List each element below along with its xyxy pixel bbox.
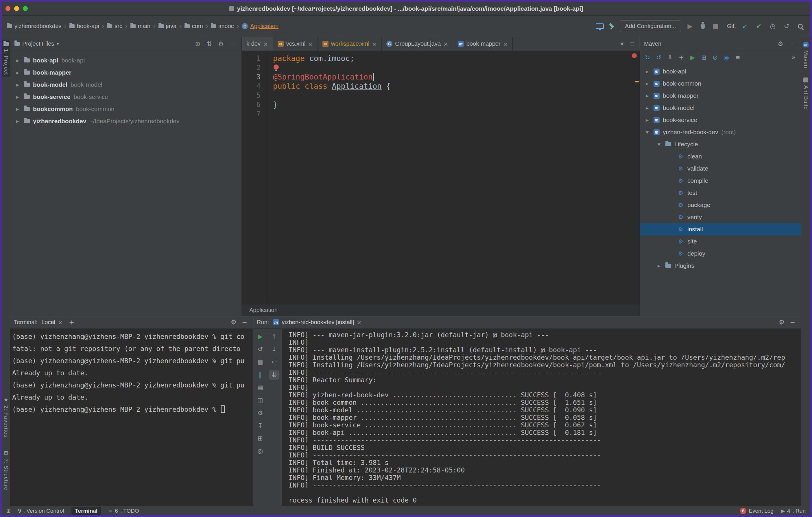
- build-project-icon[interactable]: [608, 22, 616, 30]
- breadcrumb-item[interactable]: com: [184, 23, 203, 29]
- maven-tree-item[interactable]: ⚙compile: [640, 175, 801, 187]
- breadcrumb-item[interactable]: java: [158, 23, 177, 29]
- expand-arrow-icon[interactable]: ▶: [644, 118, 650, 122]
- expand-arrow-icon[interactable]: ▶: [14, 107, 21, 111]
- maven-tree-item[interactable]: ⚙verify: [640, 211, 801, 223]
- print-button[interactable]: ▤: [255, 382, 265, 392]
- gear-icon[interactable]: ⚙: [216, 39, 226, 49]
- hide-panel-icon[interactable]: −: [787, 39, 797, 49]
- terminal-tab[interactable]: Local ×: [41, 319, 63, 326]
- project-tree-item[interactable]: ▶bookcommonbook-common: [10, 103, 241, 115]
- maven-tree-item[interactable]: ▶mbook-api: [640, 65, 801, 78]
- maven-tree-item[interactable]: ⚙site: [640, 235, 801, 248]
- collapse-arrow-icon[interactable]: ▼: [644, 130, 650, 135]
- maven-tree-item[interactable]: ▶mbook-service: [640, 114, 801, 126]
- close-tab-icon[interactable]: ×: [263, 40, 268, 48]
- breadcrumb-item[interactable]: book-api: [69, 23, 99, 29]
- code-area[interactable]: package com.imooc;@SpringBootApplication…: [268, 51, 640, 304]
- maven-tree-item[interactable]: ▶Plugins: [640, 260, 801, 272]
- expand-arrow-icon[interactable]: ▶: [14, 119, 21, 123]
- collapse-arrow-icon[interactable]: ▼: [656, 142, 662, 147]
- run-maven-build-icon[interactable]: ▶: [687, 53, 698, 62]
- expand-arrow-icon[interactable]: ▶: [644, 106, 650, 110]
- collapse-all-icon[interactable]: ⇅: [204, 39, 214, 49]
- maven-tree-item[interactable]: ▶mbook-model: [640, 102, 801, 114]
- maven-tree-item[interactable]: ⚙test: [640, 187, 801, 199]
- expand-arrow-icon[interactable]: ▶: [14, 83, 21, 87]
- soft-wrap-button[interactable]: ↩: [269, 357, 279, 367]
- project-tree-item[interactable]: ▶book-servicebook-service: [10, 91, 241, 103]
- maven-tree-item[interactable]: ▼myizhen-red-book-dev (root): [640, 126, 801, 138]
- layout-button[interactable]: ⊞: [255, 433, 265, 443]
- expand-arrow-icon[interactable]: ▶: [644, 69, 650, 74]
- more-actions-icon[interactable]: »: [788, 53, 799, 62]
- update-project-icon[interactable]: ↙: [740, 21, 750, 31]
- project-tree-item[interactable]: ▶book-modelbook-model: [10, 79, 241, 91]
- editor-body[interactable]: 1234567 package com.imooc;@SpringBootApp…: [242, 51, 640, 304]
- screen-icon[interactable]: [596, 23, 604, 29]
- toolwindow-button-favorites[interactable]: ★ 2: Favorites: [2, 394, 10, 440]
- close-tab-icon[interactable]: ×: [356, 319, 361, 326]
- toolwindow-button-ant[interactable]: Ant Build: [802, 75, 810, 112]
- breadcrumb-item[interactable]: src: [107, 23, 122, 29]
- maven-tree-item[interactable]: ⚙clean: [640, 150, 801, 163]
- project-tree-item[interactable]: ▶book-apibook-api: [10, 54, 241, 66]
- next-occurrence-button[interactable]: ↓: [269, 344, 279, 354]
- rerun-button[interactable]: ▶: [255, 332, 265, 342]
- run-console[interactable]: INFO] --- maven-jar-plugin:3.2.0:jar (de…: [282, 329, 801, 506]
- statusbar-terminal[interactable]: Terminal: [71, 507, 101, 515]
- chevron-down-icon[interactable]: ▾: [617, 39, 627, 49]
- gear-icon[interactable]: ⚙: [229, 317, 238, 327]
- tool-windows-icon[interactable]: ⊞: [6, 508, 10, 514]
- breadcrumb-class[interactable]: Application: [249, 307, 278, 313]
- close-tab-icon[interactable]: ×: [503, 40, 508, 48]
- maven-tree-item[interactable]: ⚙package: [640, 199, 801, 211]
- maven-tree-item[interactable]: ▶mbook-mapper: [640, 90, 801, 102]
- toolwindow-button-project[interactable]: 1: Project: [2, 40, 10, 77]
- rerun-failed-button[interactable]: ↺: [255, 344, 265, 354]
- locate-file-icon[interactable]: ⊕: [193, 39, 203, 49]
- close-tab-icon[interactable]: ×: [372, 40, 377, 48]
- stop-icon[interactable]: ■: [711, 21, 721, 31]
- download-sources-icon[interactable]: ⇩: [665, 53, 675, 62]
- add-maven-project-icon[interactable]: +: [676, 53, 687, 62]
- statusbar-version-control[interactable]: 9: Version Control: [18, 508, 64, 514]
- project-view-selector[interactable]: Project Files: [22, 40, 54, 47]
- search-everywhere-icon[interactable]: [798, 24, 803, 29]
- warning-stripe-mark[interactable]: [635, 81, 639, 82]
- statusbar-run[interactable]: ▶ 4: Run: [781, 508, 806, 514]
- zoom-window-button[interactable]: [23, 6, 28, 11]
- intention-bulb-icon[interactable]: [273, 64, 279, 70]
- close-tab-icon[interactable]: ×: [308, 40, 313, 48]
- hide-panel-icon[interactable]: −: [240, 317, 250, 327]
- breadcrumb-current-file[interactable]: CApplication: [242, 23, 279, 29]
- new-terminal-session-icon[interactable]: +: [67, 317, 77, 327]
- scroll-to-end-button[interactable]: ⇊: [269, 370, 279, 380]
- close-tab-icon[interactable]: ×: [443, 40, 448, 48]
- expand-arrow-icon[interactable]: ▶: [14, 95, 21, 99]
- pin-tab-button[interactable]: ◎: [255, 446, 265, 456]
- close-window-button[interactable]: [5, 6, 10, 11]
- expand-arrow-icon[interactable]: ▶: [644, 94, 650, 98]
- prev-occurrence-button[interactable]: ↑: [269, 332, 279, 342]
- reimport-maven-icon[interactable]: ↻: [642, 53, 652, 62]
- editor-tab[interactable]: k-dev×: [242, 37, 273, 51]
- execute-goal-icon[interactable]: ⊞: [699, 53, 709, 62]
- maven-tree-item[interactable]: ▶mbook-common: [640, 78, 801, 90]
- hide-panel-icon[interactable]: −: [228, 39, 237, 49]
- project-tree-item[interactable]: ▶yizhenredbookdev~/IdeaProjects/yizhenre…: [10, 115, 241, 127]
- skip-tests-icon[interactable]: ⊘: [710, 53, 720, 62]
- project-tree-item[interactable]: ▶book-mapper: [10, 66, 241, 79]
- history-icon[interactable]: ◷: [768, 21, 778, 31]
- maven-tree-item[interactable]: ▼Lifecycle: [640, 138, 801, 150]
- statusbar-event-log[interactable]: 6 Event Log: [740, 508, 774, 514]
- gear-icon[interactable]: ⚙: [776, 39, 785, 49]
- editor-tab[interactable]: mbook-mapper×: [453, 37, 513, 51]
- minimize-window-button[interactable]: [14, 6, 19, 11]
- statusbar-todo[interactable]: ≡ 6: TODO: [109, 508, 139, 514]
- maven-tree[interactable]: ▶mbook-api▶mbook-common▶mbook-mapper▶mbo…: [640, 64, 801, 316]
- add-configuration-button[interactable]: Add Configuration...: [620, 20, 681, 32]
- terminal-output[interactable]: (base) yizhenzhang@yizhens-MBP-2 yizhenr…: [10, 329, 253, 506]
- editor-tab[interactable]: <>vcs.xml×: [273, 37, 318, 51]
- maven-settings-icon[interactable]: ≡: [732, 53, 743, 62]
